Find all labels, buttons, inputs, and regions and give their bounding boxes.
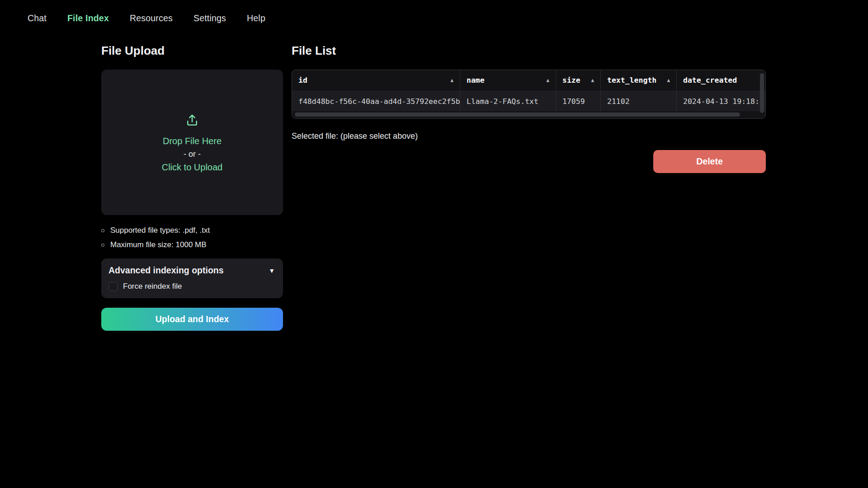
file-upload-panel: File Upload Drop File Here - or - Click …	[101, 43, 283, 331]
file-table: id ▲ name ▲ size ▲ text_length ▲ date_cr…	[292, 70, 766, 119]
drop-file-label: Drop File Here	[163, 136, 222, 146]
cell-name[interactable]: Llama-2-FAQs.txt	[460, 91, 556, 111]
triangle-down-icon: ▼	[269, 267, 275, 274]
table-header-row: id ▲ name ▲ size ▲ text_length ▲ date_cr…	[292, 70, 765, 91]
sort-ascending-icon[interactable]: ▲	[546, 70, 549, 91]
note-max-size-text: Maximum file size: 1000 MB	[110, 240, 207, 249]
cell-text-length[interactable]: 21102	[601, 91, 677, 111]
circle-bullet-icon	[101, 244, 104, 247]
column-header-id-label: id	[298, 70, 307, 91]
file-drop-zone[interactable]: Drop File Here - or - Click to Upload	[101, 70, 283, 215]
horizontal-scrollbar-thumb[interactable]	[295, 113, 740, 117]
click-to-upload-link[interactable]: Click to Upload	[162, 162, 223, 173]
column-header-name-label: name	[467, 70, 485, 91]
sort-ascending-icon[interactable]: ▲	[667, 70, 670, 91]
selected-file-status: Selected file: (please select above)	[292, 131, 766, 141]
cell-size[interactable]: 17059	[556, 91, 601, 111]
horizontal-scrollbar-track	[292, 111, 765, 118]
cell-id[interactable]: f48d48bc-f56c-40aa-ad4d-35792eec2f5b	[292, 91, 460, 111]
sort-ascending-icon[interactable]: ▲	[591, 70, 594, 91]
tab-file-index[interactable]: File Index	[67, 13, 109, 23]
note-max-size: Maximum file size: 1000 MB	[101, 240, 283, 249]
force-reindex-label: Force reindex file	[123, 282, 182, 291]
top-nav: Chat File Index Resources Settings Help	[0, 0, 868, 36]
table-row[interactable]: f48d48bc-f56c-40aa-ad4d-35792eec2f5b Lla…	[292, 91, 765, 111]
column-header-date-created-label: date_created	[683, 70, 737, 91]
upload-notes: Supported file types: .pdf, .txt Maximum…	[101, 226, 283, 249]
cell-date-created[interactable]: 2024-04-13 19:18:	[677, 91, 765, 111]
column-header-text-length[interactable]: text_length ▲	[601, 70, 677, 91]
tab-chat[interactable]: Chat	[28, 13, 47, 23]
or-label: - or -	[184, 150, 201, 159]
sort-ascending-icon[interactable]: ▲	[450, 70, 453, 91]
delete-button[interactable]: Delete	[653, 150, 766, 173]
column-header-name[interactable]: name ▲	[460, 70, 556, 91]
column-header-size-label: size	[562, 70, 580, 91]
note-supported-types: Supported file types: .pdf, .txt	[101, 226, 283, 235]
tab-help[interactable]: Help	[247, 13, 265, 23]
column-header-id[interactable]: id ▲	[292, 70, 460, 91]
upload-and-index-button[interactable]: Upload and Index	[101, 308, 283, 331]
note-supported-types-text: Supported file types: .pdf, .txt	[110, 226, 210, 235]
vertical-scrollbar-thumb[interactable]	[760, 73, 764, 113]
tab-resources[interactable]: Resources	[130, 13, 173, 23]
upload-icon	[184, 112, 200, 130]
file-upload-title: File Upload	[101, 43, 283, 58]
advanced-options-accordion: Advanced indexing options ▼ Force reinde…	[101, 258, 283, 298]
column-header-date-created[interactable]: date_created	[677, 70, 765, 91]
column-header-size[interactable]: size ▲	[556, 70, 601, 91]
file-list-title: File List	[292, 43, 766, 58]
advanced-options-title: Advanced indexing options	[108, 265, 224, 276]
force-reindex-checkbox[interactable]	[108, 282, 118, 291]
column-header-text-length-label: text_length	[607, 70, 656, 91]
tab-settings[interactable]: Settings	[193, 13, 226, 23]
force-reindex-row: Force reindex file	[108, 282, 275, 291]
circle-bullet-icon	[101, 229, 104, 232]
file-list-panel: File List id ▲ name ▲ size ▲ text_length…	[292, 43, 766, 173]
advanced-options-header[interactable]: Advanced indexing options ▼	[108, 265, 275, 276]
